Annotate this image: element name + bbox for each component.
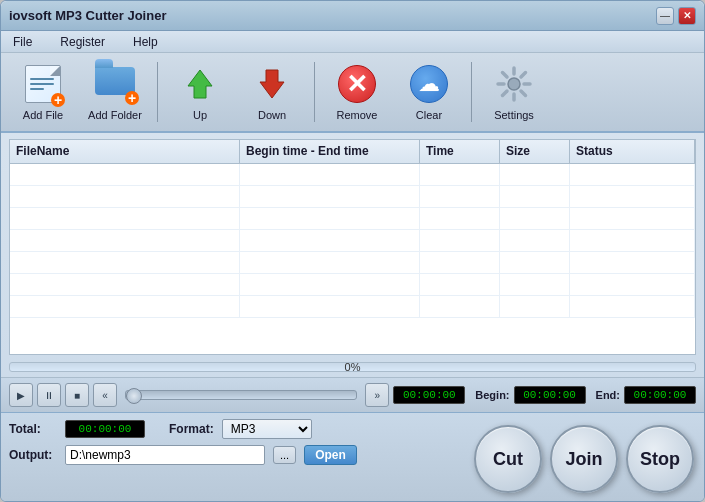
seek-bar[interactable] (125, 390, 357, 400)
end-label: End: (596, 389, 620, 401)
svg-marker-1 (260, 70, 284, 98)
clear-button[interactable]: ☁ Clear (397, 58, 461, 126)
total-label: Total: (9, 422, 57, 436)
col-beginend: Begin time - End time (240, 140, 420, 163)
stop-button-small[interactable]: ■ (65, 383, 89, 407)
progress-area: 0% (1, 357, 704, 377)
playback-controls: ▶ ⏸ ■ « » 00:00:00 Begin: 00:00:00 End: … (1, 377, 704, 413)
table-row (10, 186, 695, 208)
col-status: Status (570, 140, 695, 163)
file-list-body[interactable] (10, 164, 695, 354)
add-folder-button[interactable]: + Add Folder (83, 58, 147, 126)
down-label: Down (258, 109, 286, 121)
toolbar: + Add File + Add Folder (1, 53, 704, 133)
add-folder-label: Add Folder (88, 109, 142, 121)
svg-marker-0 (188, 70, 212, 98)
output-path-input[interactable] (65, 445, 265, 465)
up-label: Up (193, 109, 207, 121)
action-buttons: Cut Join Stop (474, 425, 694, 493)
svg-line-8 (521, 91, 526, 96)
table-row (10, 208, 695, 230)
table-row (10, 230, 695, 252)
minimize-button[interactable]: — (656, 7, 674, 25)
progress-label: 0% (345, 361, 361, 373)
toolbar-divider-2 (314, 62, 315, 122)
settings-label: Settings (494, 109, 534, 121)
stop-button[interactable]: Stop (626, 425, 694, 493)
menu-register[interactable]: Register (56, 33, 109, 51)
menu-file[interactable]: File (9, 33, 36, 51)
col-size: Size (500, 140, 570, 163)
down-button[interactable]: Down (240, 58, 304, 126)
output-label: Output: (9, 448, 57, 462)
current-time-display: 00:00:00 (393, 386, 465, 404)
toolbar-divider-3 (471, 62, 472, 122)
rewind-button[interactable]: « (93, 383, 117, 407)
seek-handle[interactable] (126, 388, 142, 404)
svg-line-10 (503, 91, 508, 96)
col-time: Time (420, 140, 500, 163)
svg-line-7 (503, 73, 508, 78)
bottom-area: Total: 00:00:00 Format: MP3 WAV OGG WMA … (1, 413, 704, 501)
col-filename: FileName (10, 140, 240, 163)
window-title: iovsoft MP3 Cutter Joiner (9, 8, 166, 23)
main-window: iovsoft MP3 Cutter Joiner — ✕ File Regis… (0, 0, 705, 502)
table-row (10, 296, 695, 318)
format-label: Format: (169, 422, 214, 436)
bottom-left-section: Total: 00:00:00 Format: MP3 WAV OGG WMA … (9, 419, 429, 465)
bottom-row-2: Output: ... Open (9, 445, 429, 465)
remove-label: Remove (337, 109, 378, 121)
fastforward-button[interactable]: » (365, 383, 389, 407)
table-row (10, 252, 695, 274)
svg-line-9 (521, 73, 526, 78)
menu-bar: File Register Help (1, 31, 704, 53)
add-folder-icon: + (94, 63, 136, 105)
menu-help[interactable]: Help (129, 33, 162, 51)
settings-icon (493, 63, 535, 105)
join-button[interactable]: Join (550, 425, 618, 493)
clear-icon: ☁ (408, 63, 450, 105)
bottom-row-1: Total: 00:00:00 Format: MP3 WAV OGG WMA … (9, 419, 429, 439)
total-time-display: 00:00:00 (65, 420, 145, 438)
cut-button[interactable]: Cut (474, 425, 542, 493)
add-file-icon: + (22, 63, 64, 105)
file-list-header: FileName Begin time - End time Time Size… (10, 140, 695, 164)
add-file-button[interactable]: + Add File (11, 58, 75, 126)
settings-button[interactable]: Settings (482, 58, 546, 126)
down-icon (251, 63, 293, 105)
title-bar-controls: — ✕ (656, 7, 696, 25)
end-time-display[interactable]: 00:00:00 (624, 386, 696, 404)
play-button[interactable]: ▶ (9, 383, 33, 407)
toolbar-divider-1 (157, 62, 158, 122)
up-icon (179, 63, 221, 105)
title-bar: iovsoft MP3 Cutter Joiner — ✕ (1, 1, 704, 31)
clear-label: Clear (416, 109, 442, 121)
table-row (10, 164, 695, 186)
close-button[interactable]: ✕ (678, 7, 696, 25)
file-list: FileName Begin time - End time Time Size… (9, 139, 696, 355)
begin-label: Begin: (475, 389, 509, 401)
begin-time-display[interactable]: 00:00:00 (514, 386, 586, 404)
browse-button[interactable]: ... (273, 446, 296, 464)
open-button[interactable]: Open (304, 445, 357, 465)
format-select[interactable]: MP3 WAV OGG WMA AAC (222, 419, 312, 439)
table-row (10, 274, 695, 296)
pause-button[interactable]: ⏸ (37, 383, 61, 407)
remove-button[interactable]: ✕ Remove (325, 58, 389, 126)
add-file-label: Add File (23, 109, 63, 121)
remove-icon: ✕ (336, 63, 378, 105)
svg-point-2 (508, 78, 520, 90)
up-button[interactable]: Up (168, 58, 232, 126)
